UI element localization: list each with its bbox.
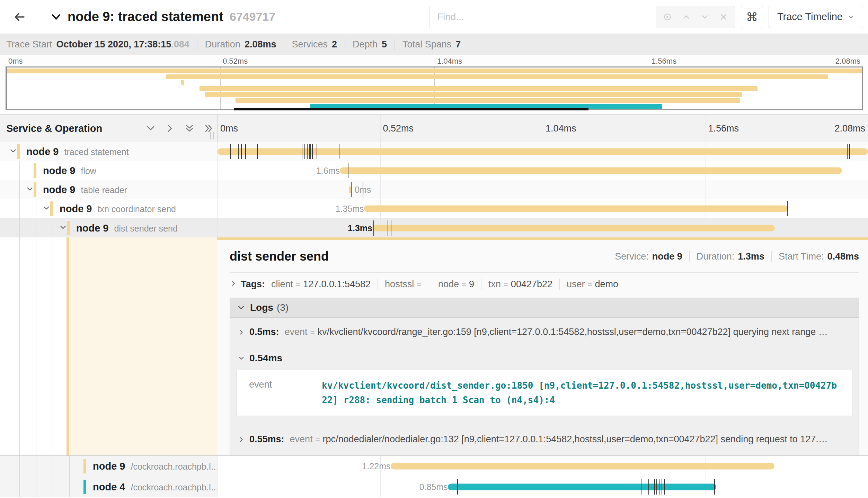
summary-item: Depth5 (353, 39, 387, 50)
view-dropdown-label: Trace Timeline (777, 11, 843, 22)
span-name-cell[interactable]: node 9/cockroach.roachpb.I... (0, 456, 217, 477)
tag-key: txn (488, 279, 501, 290)
log-entry-collapsed[interactable]: 0.5ms:event=kv/kvclient/kvcoord/range_it… (230, 318, 859, 346)
minimap-right-handle[interactable] (862, 67, 863, 110)
minimap-left-handle[interactable] (6, 67, 7, 110)
tag-key: client (271, 279, 293, 290)
log-entry-expanded-header[interactable]: 0.54ms (230, 346, 859, 369)
summary-label: Depth (353, 39, 378, 50)
span-duration-bar[interactable] (364, 205, 788, 212)
indent-guide (3, 237, 3, 455)
crosshair-icon[interactable] (663, 12, 672, 21)
span-duration-bar[interactable] (372, 225, 775, 231)
indent-guide (69, 477, 70, 497)
minimap-canvas[interactable] (6, 66, 863, 110)
log-marker (662, 479, 662, 495)
span-name-cell[interactable]: node 9txn coordinator send (0, 199, 217, 218)
divider (771, 251, 772, 262)
span-row[interactable]: node 9traced statement (0, 142, 868, 161)
span-name-label: node 9traced statement (26, 146, 129, 157)
service-color-swatch (34, 163, 36, 178)
span-timeline-cell[interactable]: 0ms (217, 180, 868, 199)
equals-sign: = (504, 280, 508, 289)
span-row[interactable]: node 9txn coordinator send1.35ms (0, 199, 868, 218)
keyboard-shortcuts-button[interactable]: ⌘ (741, 6, 763, 28)
span-row[interactable]: node 9flow1.6ms (0, 161, 868, 180)
minimap-tick-label: 0ms (8, 57, 23, 66)
span-name-cell[interactable]: node 9flow (0, 161, 217, 180)
indent-guide (53, 456, 53, 477)
span-duration-bar[interactable] (218, 148, 868, 155)
minimap-span-row (6, 86, 863, 91)
span-expander[interactable] (59, 223, 68, 233)
service-name: node 9 (43, 184, 75, 195)
span-timeline-cell[interactable]: 1.6ms (217, 161, 868, 180)
indent-guide (19, 218, 20, 237)
tag-item: txn=00427b22 (488, 279, 552, 290)
indent-guide (53, 477, 53, 497)
span-row[interactable]: node 9dist sender send1.3ms (0, 218, 868, 237)
chevron-down-icon[interactable] (700, 12, 709, 21)
log-field-key: event (290, 434, 313, 445)
service-name: node 9 (93, 461, 125, 472)
close-icon[interactable] (719, 12, 728, 21)
span-row[interactable]: node 9/cockroach.roachpb.I...1.22ms (0, 456, 868, 477)
tag-item: user=demo (567, 279, 618, 290)
find-input[interactable] (429, 6, 656, 28)
view-dropdown[interactable]: Trace Timeline (769, 6, 863, 28)
back-button[interactable] (0, 0, 39, 34)
summary-value-fraction: .084 (171, 39, 189, 50)
summary-label: Duration (205, 39, 240, 50)
span-duration-bar[interactable] (340, 167, 842, 174)
divider (431, 279, 431, 290)
span-expander[interactable] (42, 203, 51, 214)
gridline (706, 115, 706, 142)
timeline-tick-label: 1.04ms (546, 123, 576, 134)
gridline (706, 180, 706, 199)
span-timeline-cell[interactable] (217, 142, 868, 161)
meta-label: Duration: (697, 251, 735, 262)
column-resize-handle[interactable] (210, 132, 214, 139)
collapse-one-icon[interactable] (145, 123, 156, 134)
span-timeline-cell[interactable]: 0.85ms (217, 477, 868, 497)
expand-one-icon[interactable] (165, 123, 175, 134)
minimap-tick-label: 1.56ms (652, 57, 676, 66)
span-timeline-cell[interactable]: 1.3ms (217, 218, 868, 237)
trace-collapse-toggle[interactable] (50, 11, 62, 23)
minimap-span-bar (205, 92, 742, 97)
span-row[interactable]: node 9table reader0ms (0, 180, 868, 199)
logs-header[interactable]: Logs (3) (230, 298, 859, 318)
chevron-right-icon (230, 280, 237, 287)
timeline-header-row: Service & Operation 0ms0.52ms1.04ms1.56m… (0, 114, 868, 143)
span-duration-label: 1.6ms (218, 165, 344, 175)
tag-value: 00427b22 (511, 279, 552, 290)
minimap-viewport-indicator[interactable] (234, 108, 588, 110)
span-name-label: node 9dist sender send (76, 222, 178, 234)
span-expander[interactable] (9, 146, 18, 157)
indent-guide (69, 456, 70, 477)
tags-toggle-row[interactable]: Tags:client=127.0.0.1:54582hostssl=node=… (230, 274, 859, 294)
operation-name: txn coordinator send (97, 204, 176, 214)
log-marker (351, 182, 352, 197)
log-entry-collapsed[interactable]: 0.55ms:event=rpc/nodedialer/nodedialer.g… (230, 425, 859, 453)
divider (230, 272, 859, 273)
trace-timeline-rows: node 9traced statementnode 9flow1.6msnod… (0, 142, 868, 497)
collapse-all-icon[interactable] (184, 123, 195, 134)
span-duration-bar[interactable] (391, 463, 774, 470)
span-name-cell[interactable]: node 4/cockroach.roachpb.I... (0, 477, 217, 497)
span-timeline-cell[interactable]: 1.22ms (217, 456, 868, 477)
chevron-up-icon[interactable] (682, 12, 691, 21)
span-name-cell[interactable]: node 9table reader (0, 180, 217, 199)
span-duration-bar[interactable] (448, 484, 717, 490)
span-expander[interactable] (25, 184, 34, 195)
span-row[interactable]: node 4/cockroach.roachpb.I...0.85ms (0, 477, 868, 497)
span-name-cell[interactable]: node 9traced statement (0, 142, 217, 161)
equals-sign: = (296, 280, 300, 289)
span-timeline-cell[interactable]: 1.35ms (217, 199, 868, 218)
find-controls (656, 6, 735, 28)
span-name-label: node 4/cockroach.roachpb.I... (93, 481, 217, 493)
span-name-cell[interactable]: node 9dist sender send (0, 218, 217, 237)
summary-label: Total Spans (402, 39, 451, 50)
timeline-ticks-header: 0ms0.52ms1.04ms1.56ms2.08ms (218, 115, 868, 142)
log-marker (339, 144, 339, 159)
